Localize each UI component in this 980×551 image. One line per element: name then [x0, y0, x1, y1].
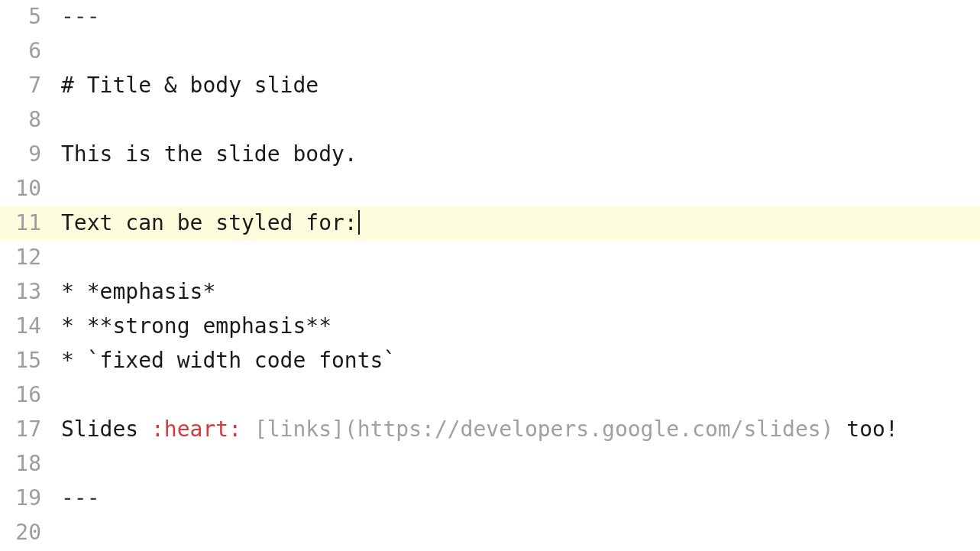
- editor-line[interactable]: 5---: [0, 0, 980, 34]
- code-segment: Text can be styled for:: [61, 210, 357, 235]
- line-content[interactable]: * *emphasis*: [61, 275, 980, 310]
- editor-line[interactable]: 16: [0, 378, 980, 413]
- editor-line[interactable]: 11Text can be styled for:: [0, 206, 980, 241]
- code-segment: [241, 416, 254, 442]
- code-segment: * **strong emphasis**: [61, 313, 332, 339]
- line-content[interactable]: # Title & body slide: [61, 69, 980, 103]
- editor-line[interactable]: 7# Title & body slide: [0, 69, 980, 103]
- line-number: 18: [0, 447, 61, 481]
- line-number: 9: [0, 138, 61, 172]
- line-content[interactable]: ---: [61, 481, 980, 516]
- editor-line[interactable]: 10: [0, 172, 980, 206]
- editor-line[interactable]: 12: [0, 241, 980, 275]
- editor-line[interactable]: 19---: [0, 481, 980, 516]
- line-number: 6: [0, 34, 61, 69]
- line-number: 5: [0, 0, 61, 34]
- line-number: 14: [0, 310, 61, 344]
- line-number: 10: [0, 172, 61, 206]
- line-number: 16: [0, 378, 61, 413]
- line-content[interactable]: Text can be styled for:: [61, 206, 980, 241]
- code-segment: :heart:: [151, 416, 241, 442]
- line-content[interactable]: * **strong emphasis**: [61, 310, 980, 344]
- code-segment: too!: [833, 416, 898, 442]
- line-content[interactable]: ---: [61, 0, 980, 34]
- line-number: 17: [0, 413, 61, 447]
- line-number: 11: [0, 206, 61, 241]
- code-segment: * `fixed width code fonts`: [61, 348, 396, 373]
- line-content[interactable]: This is the slide body.: [61, 138, 980, 172]
- code-segment: ---: [61, 485, 100, 510]
- code-editor[interactable]: 5---67# Title & body slide89This is the …: [0, 0, 980, 551]
- code-segment: * *emphasis*: [61, 279, 215, 304]
- editor-line[interactable]: 18: [0, 447, 980, 481]
- code-segment: [links](https://developers.google.com/sl…: [254, 416, 834, 442]
- line-number: 7: [0, 69, 61, 103]
- line-content[interactable]: Slides :heart: [links](https://developer…: [61, 413, 980, 447]
- editor-line[interactable]: 20: [0, 516, 980, 550]
- line-number: 13: [0, 275, 61, 310]
- line-number: 12: [0, 241, 61, 275]
- code-segment: # Title & body slide: [61, 73, 319, 98]
- code-segment: This is the slide body.: [61, 141, 357, 167]
- line-number: 19: [0, 481, 61, 516]
- line-number: 20: [0, 516, 61, 550]
- editor-line[interactable]: 6: [0, 34, 980, 69]
- editor-line[interactable]: 14* **strong emphasis**: [0, 310, 980, 344]
- text-cursor: [358, 210, 360, 235]
- editor-line[interactable]: 17Slides :heart: [links](https://develop…: [0, 413, 980, 447]
- editor-line[interactable]: 9This is the slide body.: [0, 138, 980, 172]
- editor-line[interactable]: 13* *emphasis*: [0, 275, 980, 310]
- line-number: 15: [0, 344, 61, 378]
- line-number: 8: [0, 103, 61, 138]
- editor-line[interactable]: 8: [0, 103, 980, 138]
- code-segment: Slides: [61, 416, 151, 442]
- editor-line[interactable]: 15* `fixed width code fonts`: [0, 344, 980, 378]
- line-content[interactable]: * `fixed width code fonts`: [61, 344, 980, 378]
- code-segment: ---: [61, 4, 100, 29]
